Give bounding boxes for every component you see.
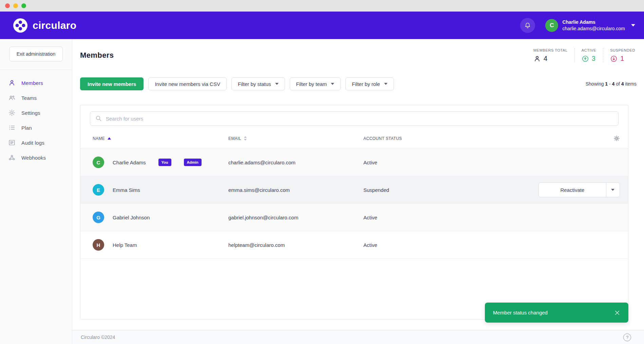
audit-log-icon [8, 139, 16, 146]
maximize-window-icon[interactable] [21, 3, 26, 8]
member-name: Help Team [113, 242, 137, 248]
invite-new-members-button[interactable]: Invite new members [80, 77, 144, 90]
member-stats: MEMBERS TOTAL 4 ACTIVE [527, 48, 637, 62]
toast-message: Member status changed [493, 310, 548, 315]
search-icon [95, 115, 102, 122]
toast-notification: Member status changed [485, 303, 628, 323]
close-icon[interactable] [614, 310, 620, 316]
arrow-down-circle-icon [610, 55, 618, 62]
app-header: circularo C Charlie Adams charlie.adams@… [0, 12, 644, 39]
column-settings-gear-icon[interactable] [613, 135, 620, 142]
copyright-text: Circularo ©2024 [81, 334, 115, 340]
brand-name: circularo [33, 20, 76, 31]
avatar: G [93, 212, 104, 223]
button-label: Invite new members via CSV [155, 81, 220, 87]
bell-icon [524, 22, 531, 29]
invite-via-csv-button[interactable]: Invite new members via CSV [148, 77, 227, 90]
reactivate-split-button: Reactivate [538, 182, 620, 197]
member-status: Active [363, 215, 538, 220]
pagination-summary: Showing 1 - 4 of 4 items [586, 81, 637, 87]
page-title: Members [80, 48, 114, 60]
stat-value: 4 [544, 55, 547, 62]
member-email: charlie.adams@circularo.com [228, 160, 363, 165]
member-name: Gabriel Johnson [113, 215, 150, 220]
member-name: Emma Sims [113, 187, 140, 193]
table-row[interactable]: C Charlie Adams You Admin charlie.adams@… [80, 149, 628, 176]
sidebar-item-label: Audit logs [21, 140, 44, 146]
member-status: Active [363, 160, 538, 165]
sidebar-item-webhooks[interactable]: Webhooks [0, 150, 72, 165]
help-icon[interactable]: ? [623, 333, 631, 341]
chevron-down-icon [631, 24, 635, 26]
table-row[interactable]: H Help Team helpteam@circularo.com Activ… [80, 231, 628, 259]
column-header-status[interactable]: ACCOUNT STATUS [363, 136, 538, 141]
exit-administration-button[interactable]: Exit administration [9, 47, 63, 61]
sort-icon [244, 136, 247, 141]
button-label: Filter by role [352, 81, 380, 87]
avatar: E [93, 184, 104, 196]
sidebar-item-label: Plan [21, 125, 32, 131]
filter-by-status-dropdown[interactable]: Filter by status [231, 77, 285, 90]
stat-label: ACTIVE [582, 48, 596, 52]
close-window-icon[interactable] [5, 3, 10, 8]
admin-sidebar: Exit administration Members Teams [0, 39, 72, 344]
user-name: Charlie Adams [562, 19, 625, 25]
chevron-down-icon [331, 83, 334, 85]
sidebar-item-label: Members [21, 80, 43, 86]
column-label: ACCOUNT STATUS [363, 136, 402, 141]
chevron-down-icon [611, 189, 614, 191]
reactivate-more-actions-button[interactable] [606, 183, 620, 197]
sidebar-item-label: Teams [21, 95, 37, 101]
sort-ascending-icon [108, 137, 111, 140]
sidebar-item-settings[interactable]: Settings [0, 105, 72, 120]
sidebar-item-teams[interactable]: Teams [0, 90, 72, 105]
sidebar-item-audit-logs[interactable]: Audit logs [0, 135, 72, 150]
notifications-button[interactable] [520, 18, 535, 33]
user-menu[interactable]: C Charlie Adams charlie.adams@circularo.… [545, 19, 635, 32]
stat-value: 3 [592, 55, 595, 62]
sidebar-item-label: Settings [21, 110, 40, 116]
gear-icon [8, 109, 16, 116]
page-footer: Circularo ©2024 ? [72, 330, 644, 344]
arrow-up-circle-icon [582, 55, 589, 62]
brand-logo[interactable]: circularo [13, 18, 76, 33]
people-icon [8, 94, 16, 102]
sidebar-item-label: Webhooks [21, 155, 46, 161]
table-header: NAME EMAIL ACCOUNT STATUS [80, 128, 628, 149]
filter-by-role-dropdown[interactable]: Filter by role [345, 77, 394, 90]
member-email: emma.sims@circularo.com [228, 187, 363, 193]
search-input[interactable] [90, 111, 619, 126]
button-label: Filter by status [238, 81, 271, 87]
window-titlebar [0, 0, 644, 12]
you-badge: You [158, 159, 171, 166]
minimize-window-icon[interactable] [13, 3, 18, 8]
admin-badge: Admin [184, 159, 202, 166]
member-status: Active [363, 242, 538, 248]
member-status: Suspended [363, 187, 538, 193]
webhook-icon [8, 154, 16, 161]
sidebar-item-members[interactable]: Members [0, 75, 72, 90]
stat-suspended: SUSPENDED 1 [603, 48, 637, 62]
user-email: charlie.adams@circularo.com [562, 25, 625, 32]
column-header-name[interactable]: NAME [93, 136, 228, 141]
filter-by-team-dropdown[interactable]: Filter by team [290, 77, 341, 90]
column-header-email[interactable]: EMAIL [228, 136, 363, 141]
avatar: H [93, 239, 104, 251]
table-row[interactable]: G Gabriel Johnson gabriel.johnson@circul… [80, 204, 628, 231]
person-icon [533, 55, 541, 62]
circularo-logo-icon [13, 18, 28, 33]
chevron-down-icon [275, 83, 279, 85]
table-row[interactable]: E Emma Sims emma.sims@circularo.com Susp… [80, 176, 628, 204]
avatar: C [93, 157, 104, 168]
column-label: EMAIL [228, 136, 241, 141]
chevron-down-icon [384, 83, 387, 85]
reactivate-button[interactable]: Reactivate [539, 183, 606, 197]
list-icon [8, 124, 16, 131]
user-avatar: C [545, 19, 558, 32]
stat-members-total: MEMBERS TOTAL 4 [527, 48, 574, 62]
stat-value: 1 [620, 55, 624, 62]
member-email: gabriel.johnson@circularo.com [228, 215, 363, 220]
sidebar-item-plan[interactable]: Plan [0, 120, 72, 135]
main-content: Members MEMBERS TOTAL 4 ACTIVE [72, 39, 644, 344]
stat-active: ACTIVE 3 [574, 48, 603, 62]
